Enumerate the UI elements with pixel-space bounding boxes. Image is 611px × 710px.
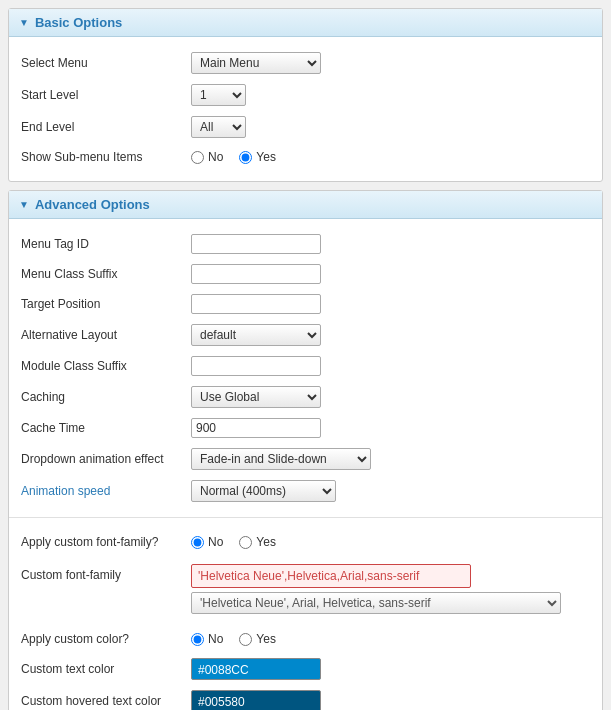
start-level-dropdown[interactable]: 1 2 3 <box>191 84 246 106</box>
apply-custom-color-no-text: No <box>208 632 223 646</box>
basic-options-body: Select Menu Main Menu Start Level 1 2 3 … <box>9 37 602 181</box>
custom-font-family-label: Custom font-family <box>21 564 191 582</box>
apply-custom-font-family-radio-group: No Yes <box>191 535 276 549</box>
animation-speed-dropdown[interactable]: Normal (400ms) Fast (200ms) Slow (800ms) <box>191 480 336 502</box>
dropdown-animation-dropdown[interactable]: Fade-in and Slide-down None Fade-in <box>191 448 371 470</box>
target-position-row: Target Position <box>9 289 602 319</box>
show-submenu-yes-radio[interactable] <box>239 151 252 164</box>
basic-options-header[interactable]: ▼ Basic Options <box>9 9 602 37</box>
custom-hovered-text-color-swatch[interactable]: #005580 <box>191 690 321 710</box>
apply-custom-font-family-no-radio[interactable] <box>191 536 204 549</box>
animation-speed-label: Animation speed <box>21 484 191 498</box>
end-level-label: End Level <box>21 120 191 134</box>
apply-custom-color-yes-text: Yes <box>256 632 276 646</box>
basic-options-arrow: ▼ <box>19 17 29 28</box>
menu-class-suffix-label: Menu Class Suffix <box>21 267 191 281</box>
animation-speed-row: Animation speed Normal (400ms) Fast (200… <box>9 475 602 507</box>
show-submenu-radio-group: No Yes <box>191 150 276 164</box>
menu-class-suffix-row: Menu Class Suffix <box>9 259 602 289</box>
custom-font-family-text: 'Helvetica Neue',Helvetica,Arial,sans-se… <box>191 564 471 588</box>
apply-custom-font-family-yes-label[interactable]: Yes <box>239 535 276 549</box>
basic-options-panel: ▼ Basic Options Select Menu Main Menu St… <box>8 8 603 182</box>
apply-custom-font-family-no-text: No <box>208 535 223 549</box>
menu-tag-id-input[interactable] <box>191 234 321 254</box>
select-menu-row: Select Menu Main Menu <box>9 47 602 79</box>
menu-class-suffix-input[interactable] <box>191 264 321 284</box>
dropdown-animation-row: Dropdown animation effect Fade-in and Sl… <box>9 443 602 475</box>
apply-custom-font-family-yes-text: Yes <box>256 535 276 549</box>
cache-time-label: Cache Time <box>21 421 191 435</box>
cache-time-input[interactable] <box>191 418 321 438</box>
advanced-options-header[interactable]: ▼ Advanced Options <box>9 191 602 219</box>
module-class-suffix-label: Module Class Suffix <box>21 359 191 373</box>
start-level-label: Start Level <box>21 88 191 102</box>
show-submenu-row: Show Sub-menu Items No Yes <box>9 143 602 171</box>
font-family-select[interactable]: 'Helvetica Neue', Arial, Helvetica, sans… <box>191 592 561 614</box>
caching-label: Caching <box>21 390 191 404</box>
custom-font-family-controls: 'Helvetica Neue',Helvetica,Arial,sans-se… <box>191 564 561 614</box>
start-level-row: Start Level 1 2 3 <box>9 79 602 111</box>
module-class-suffix-row: Module Class Suffix <box>9 351 602 381</box>
apply-custom-color-no-radio[interactable] <box>191 633 204 646</box>
apply-custom-font-family-no-label[interactable]: No <box>191 535 223 549</box>
apply-custom-color-yes-label[interactable]: Yes <box>239 632 276 646</box>
menu-tag-id-row: Menu Tag ID <box>9 229 602 259</box>
custom-text-color-label: Custom text color <box>21 662 191 676</box>
apply-custom-font-family-label: Apply custom font-family? <box>21 535 191 549</box>
caching-row: Caching Use Global No Caching <box>9 381 602 413</box>
module-class-suffix-input[interactable] <box>191 356 321 376</box>
advanced-options-body: Menu Tag ID Menu Class Suffix Target Pos… <box>9 219 602 710</box>
apply-custom-color-row: Apply custom color? No Yes <box>9 625 602 653</box>
custom-hovered-text-color-row: Custom hovered text color #005580 <box>9 685 602 710</box>
apply-custom-color-no-label[interactable]: No <box>191 632 223 646</box>
font-family-dropdown-row: 'Helvetica Neue', Arial, Helvetica, sans… <box>191 592 561 614</box>
advanced-options-arrow: ▼ <box>19 199 29 210</box>
basic-options-title: Basic Options <box>35 15 122 30</box>
caching-dropdown[interactable]: Use Global No Caching <box>191 386 321 408</box>
alternative-layout-label: Alternative Layout <box>21 328 191 342</box>
show-submenu-no-radio[interactable] <box>191 151 204 164</box>
show-submenu-no-label[interactable]: No <box>191 150 223 164</box>
advanced-options-panel: ▼ Advanced Options Menu Tag ID Menu Clas… <box>8 190 603 710</box>
alternative-layout-dropdown[interactable]: default custom <box>191 324 321 346</box>
apply-custom-font-family-row: Apply custom font-family? No Yes <box>9 528 602 556</box>
custom-text-color-row: Custom text color #0088CC <box>9 653 602 685</box>
custom-font-family-row: Custom font-family 'Helvetica Neue',Helv… <box>9 556 602 619</box>
apply-custom-font-family-yes-radio[interactable] <box>239 536 252 549</box>
apply-custom-color-label: Apply custom color? <box>21 632 191 646</box>
show-submenu-yes-label[interactable]: Yes <box>239 150 276 164</box>
advanced-options-title: Advanced Options <box>35 197 150 212</box>
apply-custom-color-radio-group: No Yes <box>191 632 276 646</box>
select-menu-label: Select Menu <box>21 56 191 70</box>
cache-time-row: Cache Time <box>9 413 602 443</box>
custom-hovered-text-color-label: Custom hovered text color <box>21 694 191 708</box>
target-position-input[interactable] <box>191 294 321 314</box>
apply-custom-color-yes-radio[interactable] <box>239 633 252 646</box>
show-submenu-no-text: No <box>208 150 223 164</box>
show-submenu-yes-text: Yes <box>256 150 276 164</box>
show-submenu-label: Show Sub-menu Items <box>21 150 191 164</box>
alternative-layout-row: Alternative Layout default custom <box>9 319 602 351</box>
custom-text-color-swatch[interactable]: #0088CC <box>191 658 321 680</box>
select-menu-dropdown[interactable]: Main Menu <box>191 52 321 74</box>
end-level-dropdown[interactable]: All 1 2 <box>191 116 246 138</box>
dropdown-animation-label: Dropdown animation effect <box>21 452 191 466</box>
end-level-row: End Level All 1 2 <box>9 111 602 143</box>
target-position-label: Target Position <box>21 297 191 311</box>
menu-tag-id-label: Menu Tag ID <box>21 237 191 251</box>
